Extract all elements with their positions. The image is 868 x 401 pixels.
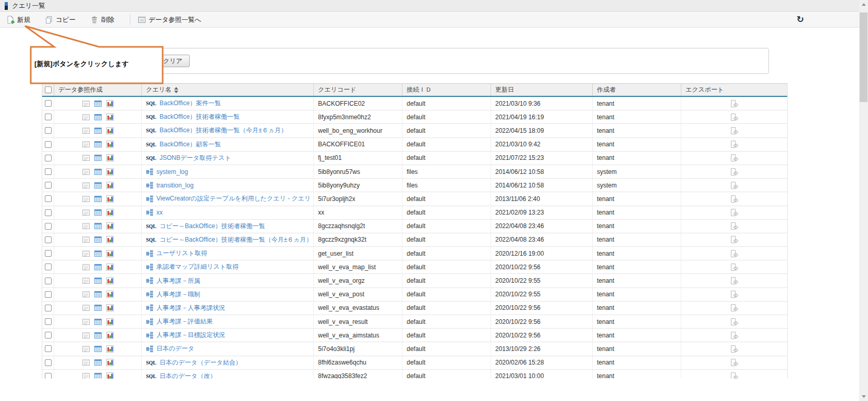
- dataview-table-icon[interactable]: [94, 222, 102, 230]
- query-name-link[interactable]: system_log: [156, 168, 188, 176]
- dataview-chart-icon[interactable]: [106, 345, 114, 353]
- query-name-link[interactable]: transition_log: [156, 182, 193, 189]
- query-name-link[interactable]: ユーザリスト取得: [156, 249, 207, 258]
- dataview-chart-icon[interactable]: [106, 249, 114, 258]
- dataview-chart-icon[interactable]: [106, 304, 114, 312]
- dataview-table-icon[interactable]: [94, 181, 102, 190]
- dataview-chart-icon[interactable]: [106, 263, 114, 271]
- row-checkbox[interactable]: [45, 100, 52, 107]
- row-checkbox[interactable]: [45, 236, 52, 243]
- dataview-chart-icon[interactable]: [106, 290, 114, 298]
- query-name-link[interactable]: 人事考課－職制: [156, 290, 200, 299]
- export-icon[interactable]: [730, 127, 739, 135]
- query-name-link[interactable]: xx: [156, 209, 163, 216]
- scroll-down-icon[interactable]: [859, 392, 868, 401]
- scroll-up-icon[interactable]: [859, 0, 868, 9]
- query-name-link[interactable]: BackOffice）顧客一覧: [160, 140, 221, 149]
- row-checkbox[interactable]: [45, 264, 52, 270]
- row-checkbox[interactable]: [45, 114, 52, 120]
- dataview-table-icon[interactable]: [94, 99, 102, 108]
- export-icon[interactable]: [730, 290, 739, 298]
- dataview-chart-icon[interactable]: [106, 140, 114, 148]
- dataview-chart-icon[interactable]: [106, 195, 114, 203]
- dataview-table-icon[interactable]: [94, 127, 102, 135]
- scrollbar-thumb[interactable]: [860, 12, 867, 102]
- dataview-table-icon[interactable]: [94, 358, 102, 367]
- row-checkbox[interactable]: [45, 209, 52, 216]
- dataview-table-icon[interactable]: [94, 372, 102, 379]
- export-icon[interactable]: [730, 113, 739, 121]
- dataview-list-icon[interactable]: [82, 99, 90, 108]
- sort-icon[interactable]: [174, 87, 178, 93]
- export-icon[interactable]: [730, 235, 739, 244]
- dataview-chart-icon[interactable]: [106, 127, 114, 135]
- dataview-list-icon[interactable]: [82, 113, 90, 121]
- dataview-list-icon[interactable]: [82, 235, 90, 244]
- export-icon[interactable]: [730, 208, 739, 217]
- row-checkbox[interactable]: [45, 182, 52, 189]
- dataview-table-icon[interactable]: [94, 263, 102, 271]
- export-icon[interactable]: [730, 372, 739, 379]
- row-checkbox[interactable]: [45, 305, 52, 311]
- export-icon[interactable]: [730, 181, 739, 190]
- row-checkbox[interactable]: [45, 168, 52, 175]
- row-checkbox[interactable]: [45, 373, 52, 379]
- refresh-icon[interactable]: ↻: [794, 14, 806, 26]
- query-name-link[interactable]: コピー～BackOffice）技術者稼働一覧（今月±６ヵ月）: [160, 235, 312, 244]
- dataview-list-icon[interactable]: [82, 290, 90, 298]
- dataview-table-icon[interactable]: [94, 331, 102, 340]
- row-checkbox[interactable]: [45, 141, 52, 148]
- row-checkbox[interactable]: [45, 155, 52, 161]
- export-icon[interactable]: [730, 263, 739, 271]
- query-name-link[interactable]: 人事考課－所属: [156, 277, 200, 285]
- dataview-list-icon[interactable]: [82, 154, 90, 162]
- row-checkbox[interactable]: [45, 250, 52, 257]
- export-icon[interactable]: [730, 222, 739, 230]
- dataview-list-icon[interactable]: [82, 140, 90, 148]
- export-icon[interactable]: [730, 318, 739, 326]
- dataview-chart-icon[interactable]: [106, 113, 114, 121]
- vertical-scrollbar[interactable]: [859, 0, 868, 401]
- dataview-list-icon[interactable]: [82, 181, 90, 190]
- dataview-chart-icon[interactable]: [106, 181, 114, 190]
- export-icon[interactable]: [730, 195, 739, 203]
- dataview-chart-icon[interactable]: [106, 208, 114, 217]
- query-name-link[interactable]: BackOffice）技術者稼働一覧: [160, 112, 240, 121]
- dataview-chart-icon[interactable]: [106, 358, 114, 367]
- export-icon[interactable]: [730, 168, 739, 176]
- dataview-list-icon[interactable]: [82, 372, 90, 379]
- dataview-list-icon[interactable]: [82, 168, 90, 176]
- dataview-table-icon[interactable]: [94, 168, 102, 176]
- dataview-table-icon[interactable]: [94, 113, 102, 121]
- dataview-chart-icon[interactable]: [106, 154, 114, 162]
- row-checkbox[interactable]: [45, 318, 52, 325]
- dataview-list-icon[interactable]: [82, 318, 90, 326]
- dataview-list-icon[interactable]: [82, 208, 90, 217]
- dataview-chart-icon[interactable]: [106, 168, 114, 176]
- row-checkbox[interactable]: [45, 291, 52, 298]
- export-icon[interactable]: [730, 304, 739, 312]
- dataview-table-icon[interactable]: [94, 277, 102, 285]
- dataview-chart-icon[interactable]: [106, 331, 114, 340]
- dataview-table-icon[interactable]: [94, 208, 102, 217]
- dataview-list-icon[interactable]: [82, 127, 90, 135]
- dataview-table-icon[interactable]: [94, 318, 102, 326]
- query-name-link[interactable]: 日本のデータ: [156, 344, 194, 353]
- query-name-link[interactable]: 日本のデータ（データ結合）: [160, 358, 241, 367]
- row-checkbox[interactable]: [45, 127, 52, 134]
- export-icon[interactable]: [730, 345, 739, 353]
- dataview-list-icon[interactable]: [82, 345, 90, 353]
- dataview-list-icon[interactable]: [82, 249, 90, 258]
- row-checkbox[interactable]: [45, 359, 52, 366]
- query-name-link[interactable]: 日本のデータ（改）: [160, 372, 216, 379]
- dataview-table-icon[interactable]: [94, 290, 102, 298]
- row-checkbox[interactable]: [45, 223, 52, 230]
- query-name-link[interactable]: BackOffice）案件一覧: [160, 99, 221, 108]
- dataview-table-icon[interactable]: [94, 140, 102, 148]
- dataview-list-icon[interactable]: [82, 195, 90, 203]
- dataview-chart-icon[interactable]: [106, 235, 114, 244]
- dataview-chart-icon[interactable]: [106, 222, 114, 230]
- dataview-table-icon[interactable]: [94, 304, 102, 312]
- dataview-chart-icon[interactable]: [106, 99, 114, 108]
- export-icon[interactable]: [730, 99, 739, 108]
